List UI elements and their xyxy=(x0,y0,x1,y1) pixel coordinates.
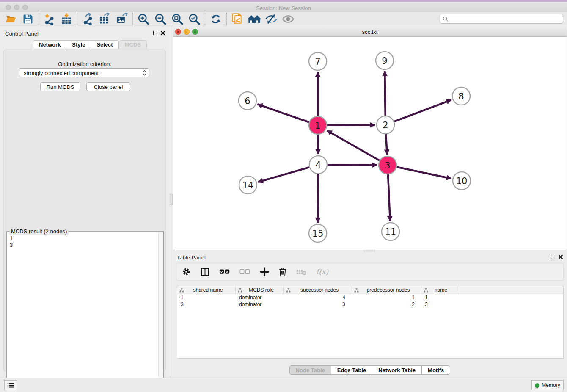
save-session-button[interactable] xyxy=(19,12,36,26)
close-panel-icon[interactable] xyxy=(558,254,563,259)
close-panel-icon[interactable] xyxy=(160,30,165,36)
graph-edge-4-14[interactable] xyxy=(258,167,309,182)
table-cell[interactable]: 3 xyxy=(177,301,236,308)
mcds-result-text: 1 3 xyxy=(10,235,13,248)
add-column-icon[interactable] xyxy=(260,267,269,276)
vertical-splitter[interactable] xyxy=(170,27,173,378)
zoom-fit-button[interactable] xyxy=(169,12,186,26)
toolbar-divider xyxy=(77,13,77,25)
task-history-button[interactable] xyxy=(4,380,17,390)
network-canvas[interactable]: 1234678910111415 xyxy=(173,37,567,250)
export-table-button[interactable] xyxy=(96,12,113,26)
splitter-grip[interactable] xyxy=(170,194,173,205)
table-cell[interactable]: 1 xyxy=(352,294,421,301)
graph-node-label: 9 xyxy=(382,56,387,66)
column-header-successor-nodes[interactable]: successor nodes xyxy=(284,286,352,294)
table-cell[interactable]: 2 xyxy=(352,301,421,308)
search-field[interactable] xyxy=(440,14,563,24)
function-builder-icon[interactable]: f(x) xyxy=(316,268,328,276)
graph-node-label: 3 xyxy=(385,160,390,171)
table-cell[interactable]: 1 xyxy=(421,294,457,301)
graph-node-label: 1 xyxy=(315,121,320,131)
column-header-label: MCDS role xyxy=(242,287,284,293)
control-panel-title: Control Panel xyxy=(5,30,39,37)
select-all-checked-icon[interactable] xyxy=(219,269,230,275)
tab-mcds[interactable]: MCDS xyxy=(119,40,147,49)
table-cell[interactable]: dominator xyxy=(236,301,284,308)
graph-edge-4-15[interactable] xyxy=(318,174,318,223)
zoom-in-button[interactable] xyxy=(135,12,152,26)
import-table-icon xyxy=(60,13,73,25)
graph-edge-3-1[interactable] xyxy=(327,130,380,160)
run-mcds-button[interactable]: Run MCDS xyxy=(40,82,80,91)
graph-edge-3-11[interactable] xyxy=(388,174,390,221)
close-panel-button[interactable]: Close panel xyxy=(86,82,130,91)
column-header-shared-name[interactable]: shared name xyxy=(177,286,236,294)
network-window-titlebar: × − + scc.txt xyxy=(173,27,567,37)
graph-edge-1-6[interactable] xyxy=(258,104,309,122)
column-layout-icon[interactable] xyxy=(200,267,210,277)
table-cell[interactable]: 4 xyxy=(284,294,352,301)
show-all-views-button[interactable] xyxy=(246,12,263,26)
graph-edge-1-2[interactable] xyxy=(327,125,375,125)
zoom-out-button[interactable] xyxy=(152,12,169,26)
hide-selected-button[interactable] xyxy=(263,12,280,26)
settings-gear-icon[interactable] xyxy=(182,267,191,276)
graph-node-label: 7 xyxy=(315,57,320,67)
table-row[interactable]: 1dominator411 xyxy=(177,294,563,301)
delete-table-icon[interactable] xyxy=(296,268,307,276)
table-toolbar: f(x) xyxy=(176,263,564,281)
graph-node-label: 10 xyxy=(456,176,468,186)
tab-node-table[interactable]: Node Table xyxy=(289,365,331,375)
search-input[interactable] xyxy=(449,16,563,22)
tab-motifs[interactable]: Motifs xyxy=(421,365,450,375)
tab-style[interactable]: Style xyxy=(66,40,91,49)
export-image-button[interactable] xyxy=(113,12,130,26)
toolbar-divider xyxy=(132,13,133,25)
graph-edge-2-3[interactable] xyxy=(386,134,387,155)
export-table-icon xyxy=(99,13,111,25)
column-header-name[interactable]: name xyxy=(421,286,457,294)
toolbar-divider xyxy=(205,13,205,25)
tab-network-table[interactable]: Network Table xyxy=(372,365,421,375)
node-table[interactable]: shared nameMCDS rolesuccessor nodesprede… xyxy=(177,286,564,359)
deselect-all-icon[interactable] xyxy=(239,269,250,275)
show-eye-button[interactable] xyxy=(280,12,297,26)
zoom-selected-button[interactable] xyxy=(186,12,203,26)
optimization-criterion-label: Optimization criterion: xyxy=(4,61,165,67)
table-cell[interactable]: 3 xyxy=(421,301,457,308)
optimization-criterion-select[interactable]: strongly connected component xyxy=(19,68,149,77)
open-session-button[interactable] xyxy=(3,12,19,26)
tab-select[interactable]: Select xyxy=(91,40,118,49)
float-panel-icon[interactable] xyxy=(551,255,555,259)
tab-network[interactable]: Network xyxy=(33,40,66,49)
column-header-MCDS-role[interactable]: MCDS role xyxy=(236,286,284,294)
import-network-icon xyxy=(43,13,56,25)
column-header-predecessor-nodes[interactable]: predecessor nodes xyxy=(352,286,421,294)
graph-edge-3-10[interactable] xyxy=(397,167,451,179)
main-toolbar xyxy=(0,12,567,26)
apply-layout-button[interactable] xyxy=(207,12,224,26)
table-row[interactable]: 3dominator323 xyxy=(177,301,563,308)
delete-column-icon[interactable] xyxy=(278,267,287,277)
table-cell[interactable]: dominator xyxy=(236,294,284,301)
clone-network-button[interactable] xyxy=(229,12,246,26)
graph-edge-4-3[interactable] xyxy=(328,165,377,165)
graph-edge-2-8[interactable] xyxy=(394,100,451,121)
table-panel-title: Table Panel xyxy=(177,254,206,261)
mcds-result-box: MCDS result (2 nodes) 1 3 xyxy=(6,231,164,391)
import-table-button[interactable] xyxy=(58,12,75,26)
memory-button[interactable]: Memory xyxy=(531,380,564,390)
export-network-button[interactable] xyxy=(80,12,96,26)
table-cell[interactable]: 1 xyxy=(177,294,236,301)
result-scrollbar[interactable] xyxy=(158,232,163,390)
import-network-button[interactable] xyxy=(41,12,58,26)
table-tabs: Node Table Edge Table Network Table Moti… xyxy=(173,365,567,375)
table-cell[interactable]: 3 xyxy=(284,301,352,308)
tab-edge-table[interactable]: Edge Table xyxy=(331,365,372,375)
eye-slash-icon xyxy=(265,13,278,25)
graph-node-label: 2 xyxy=(383,120,388,130)
graph-edge-2-9[interactable] xyxy=(385,71,385,116)
network-graph[interactable]: 1234678910111415 xyxy=(173,37,567,250)
float-panel-icon[interactable] xyxy=(153,31,157,35)
